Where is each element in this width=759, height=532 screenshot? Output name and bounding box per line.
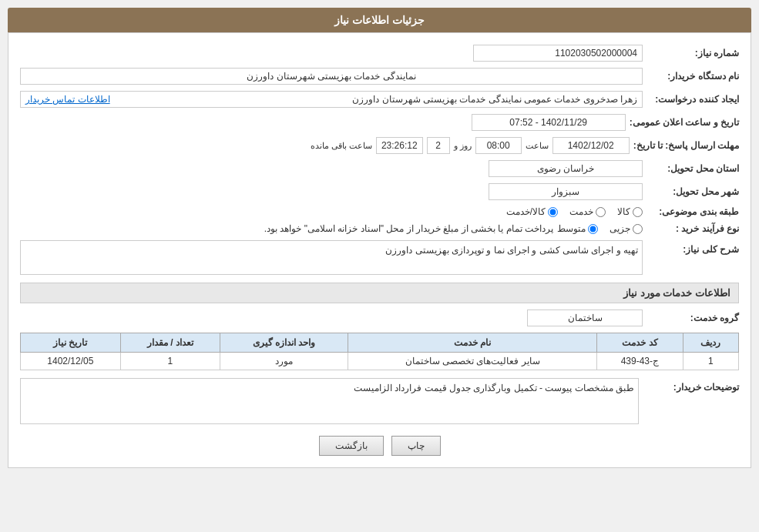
page-title: جزئیات اطلاعات نیاز: [8, 8, 751, 32]
col-row: ردیف: [683, 333, 738, 353]
creator-label: ایجاد کننده درخواست:: [646, 94, 739, 105]
announce-date-label: تاریخ و ساعت اعلان عمومی:: [630, 117, 739, 128]
cell-unit: مورد: [220, 353, 348, 370]
category-radio-goods[interactable]: کالا: [617, 206, 643, 217]
cell-name: سایر فعالیت‌های تخصصی ساختمان: [348, 353, 597, 370]
purchase-type-desc: پرداخت تمام یا بخشی از مبلغ خریدار از مح…: [264, 223, 553, 234]
category-goods-label: کالا: [617, 206, 630, 217]
service-info-title: اطلاعات خدمات مورد نیاز: [20, 283, 739, 303]
cell-code: ج-43-439: [597, 353, 683, 370]
purchase-medium-label: متوسط: [557, 223, 586, 234]
cell-qty: 1: [120, 353, 220, 370]
province-label: استان محل تحویل:: [646, 163, 739, 174]
announce-date-value: 1402/11/29 - 07:52: [472, 114, 626, 131]
city-label: شهر محل تحویل:: [646, 186, 739, 197]
col-name: نام خدمت: [348, 333, 597, 353]
contact-info-link[interactable]: اطلاعات تماس خریدار: [25, 94, 110, 105]
cell-row: 1: [683, 353, 738, 370]
category-label: طبقه بندی موضوعی:: [646, 206, 739, 217]
deadline-time: 08:00: [475, 137, 522, 154]
service-group-value: ساختمان: [527, 309, 643, 326]
purchase-type-medium[interactable]: متوسط: [557, 223, 598, 234]
need-desc-value: تهیه و اجرای شاسی کشی و اجرای نما و توپر…: [20, 240, 643, 275]
col-date: تاریخ نیاز: [21, 333, 121, 353]
buyer-notes-label: توضیحات خریدار:: [646, 382, 739, 393]
city-value: سبزوار: [489, 183, 643, 200]
need-number-value: 1102030502000004: [473, 45, 643, 62]
table-row: 1 ج-43-439 سایر فعالیت‌های تخصصی ساختمان…: [21, 353, 739, 370]
deadline-day-label: روز و: [454, 141, 472, 151]
deadline-remaining: 23:26:12: [376, 137, 423, 154]
print-button[interactable]: چاپ: [391, 436, 441, 456]
purchase-type-partial[interactable]: جزیی: [610, 223, 643, 234]
need-number-label: شماره نیاز:: [646, 48, 739, 59]
category-radio-both[interactable]: کالا/خدمت: [506, 206, 558, 217]
deadline-remaining-label: ساعت باقی مانده: [311, 141, 372, 151]
col-unit: واحد اندازه گیری: [220, 333, 348, 353]
service-group-label: گروه خدمت:: [646, 313, 739, 323]
purchase-partial-label: جزیی: [610, 223, 630, 234]
category-both-label: کالا/خدمت: [506, 206, 546, 217]
deadline-date: 1402/12/02: [552, 137, 630, 154]
col-qty: تعداد / مقدار: [120, 333, 220, 353]
cell-date: 1402/12/05: [21, 353, 121, 370]
deadline-time-label: ساعت: [526, 141, 549, 151]
deadline-label: مهلت ارسال پاسخ: تا تاریخ:: [633, 140, 739, 151]
need-desc-label: شرح کلی نیاز:: [646, 244, 739, 255]
purchase-type-label: نوع فرآیند خرید :: [646, 223, 739, 234]
services-table: ردیف کد خدمت نام خدمت واحد اندازه گیری ت…: [20, 333, 739, 370]
deadline-days: 2: [427, 137, 450, 154]
back-button[interactable]: بازگشت: [319, 436, 384, 456]
province-value: خراسان رضوی: [489, 160, 643, 177]
buyer-notes-value: طبق مشخصات پیوست - تکمیل وبارگذاری جدول …: [20, 378, 639, 424]
buyer-value: نمایندگی خدمات بهزیستی شهرستان داورزن: [20, 68, 643, 85]
category-service-label: خدمت: [569, 206, 593, 217]
col-code: کد خدمت: [597, 333, 683, 353]
buyer-label: نام دستگاه خریدار:: [646, 71, 739, 82]
creator-value: زهرا صدخروی خدمات عمومی نمایندگی خدمات ب…: [20, 91, 643, 108]
category-radio-service[interactable]: خدمت: [569, 206, 606, 217]
